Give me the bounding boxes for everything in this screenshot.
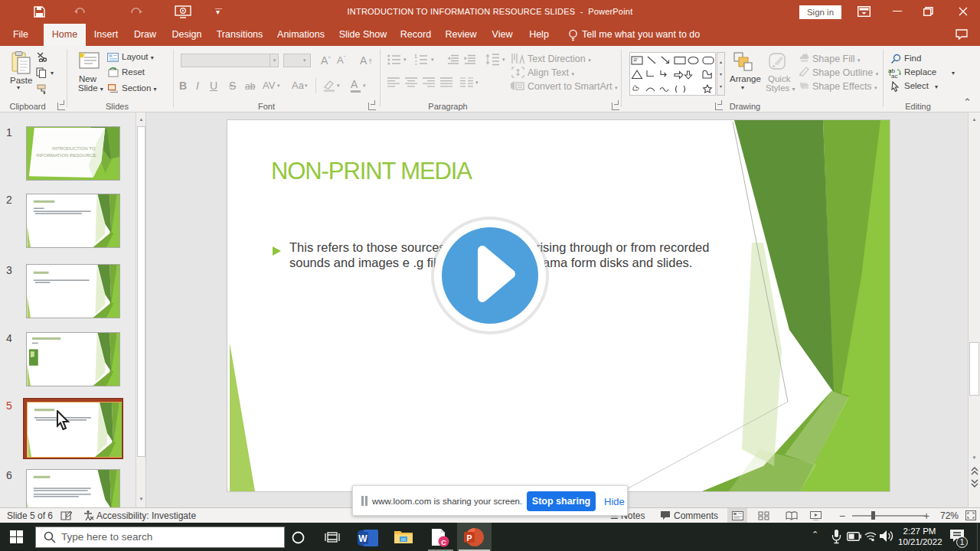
svg-text:W: W — [358, 533, 368, 544]
svg-text:INTRODUCTION TO: INTRODUCTION TO — [52, 146, 96, 151]
svg-text:C: C — [441, 539, 446, 546]
svg-text:P: P — [466, 533, 472, 543]
svg-text:INFORMATION RESOURCE: INFORMATION RESOURCE — [36, 153, 96, 158]
svg-text:ac: ac — [891, 73, 897, 79]
